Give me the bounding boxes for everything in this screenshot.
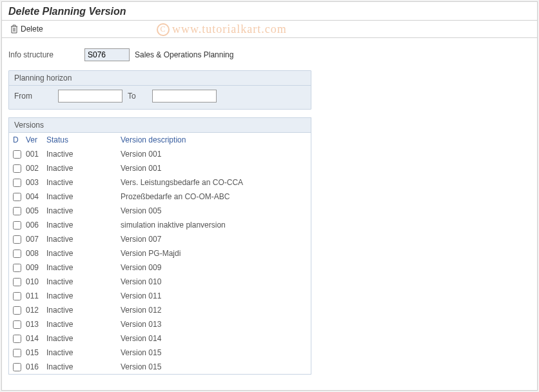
row-checkbox[interactable] [13, 306, 21, 315]
row-desc: Version 001 [121, 164, 307, 173]
table-row: 003InactiveVers. Leistungsbedarfe an CO-… [9, 175, 311, 190]
info-structure-desc: Sales & Operations Planning [135, 50, 233, 59]
table-row: 012InactiveVersion 012 [9, 303, 311, 317]
row-status: Inactive [46, 235, 121, 244]
row-status: Inactive [46, 263, 121, 272]
row-ver: 010 [26, 277, 46, 286]
row-status: Inactive [46, 192, 121, 201]
row-desc: Vers. Leistungsbedarfe an CO-CCA [121, 178, 307, 187]
versions-table: D Ver Status Version description 001Inac… [9, 133, 311, 374]
row-status: Inactive [46, 178, 121, 187]
row-ver: 007 [26, 235, 46, 244]
row-ver: 011 [26, 291, 46, 300]
row-desc: Version 001 [121, 150, 307, 159]
row-checkbox[interactable] [13, 193, 21, 201]
row-checkbox[interactable] [13, 363, 21, 371]
row-ver: 003 [26, 178, 46, 187]
versions-group: Versions D Ver Status Version descriptio… [8, 117, 311, 375]
row-status: Inactive [46, 362, 121, 371]
table-row: 010InactiveVersion 010 [9, 275, 311, 289]
row-status: Inactive [46, 150, 121, 159]
delete-button[interactable]: Delete [7, 23, 49, 35]
table-row: 002InactiveVersion 001 [9, 161, 311, 175]
table-row: 006Inactivesimulation inaktive planversi… [9, 218, 311, 232]
table-row: 008InactiveVersion PG-Majdi [9, 246, 311, 260]
to-input[interactable] [152, 90, 217, 103]
row-checkbox[interactable] [13, 292, 21, 300]
row-desc: Version PG-Majdi [121, 249, 307, 258]
row-ver: 001 [26, 150, 46, 159]
row-status: Inactive [46, 164, 121, 173]
row-ver: 002 [26, 164, 46, 173]
row-desc: Version 010 [121, 277, 307, 286]
delete-label: Delete [21, 24, 43, 34]
table-row: 013InactiveVersion 013 [9, 317, 311, 331]
versions-header: D Ver Status Version description [9, 133, 311, 147]
versions-title: Versions [9, 118, 311, 133]
row-checkbox[interactable] [13, 335, 21, 343]
row-desc: Version 005 [121, 206, 307, 215]
row-checkbox[interactable] [13, 164, 21, 173]
row-desc: Version 015 [121, 348, 307, 357]
from-input[interactable] [58, 90, 122, 103]
info-structure-input[interactable] [84, 48, 130, 61]
table-row: 005InactiveVersion 005 [9, 204, 311, 218]
row-desc: Version 015 [121, 362, 307, 371]
page-title: Delete Planning Version [8, 6, 531, 17]
row-checkbox[interactable] [13, 349, 21, 357]
title-bar: Delete Planning Version [2, 2, 537, 20]
row-desc: Version 014 [121, 334, 307, 343]
row-checkbox[interactable] [13, 278, 21, 286]
row-ver: 015 [26, 348, 46, 357]
col-header-status: Status [46, 135, 121, 144]
row-status: Inactive [46, 348, 121, 357]
row-ver: 008 [26, 249, 46, 258]
content-area: Delete Planning Version Delete Info stru… [1, 1, 538, 391]
table-row: 014InactiveVersion 014 [9, 331, 311, 346]
row-status: Inactive [46, 206, 121, 215]
col-header-ver: Ver [26, 135, 46, 144]
row-checkbox[interactable] [13, 264, 21, 272]
info-structure-row: Info structure Sales & Operations Planni… [8, 48, 531, 61]
row-ver: 014 [26, 334, 46, 343]
table-row: 001InactiveVersion 001 [9, 147, 311, 161]
col-header-desc: Version description [121, 135, 307, 144]
row-checkbox[interactable] [13, 235, 21, 244]
row-checkbox[interactable] [13, 320, 21, 329]
row-desc: simulation inaktive planversion [121, 220, 307, 230]
row-checkbox[interactable] [13, 250, 21, 258]
to-label: To [128, 92, 147, 101]
row-ver: 013 [26, 320, 46, 329]
row-checkbox[interactable] [13, 221, 21, 230]
table-row: 015InactiveVersion 015 [9, 346, 311, 360]
row-status: Inactive [46, 220, 121, 230]
row-checkbox[interactable] [13, 207, 21, 215]
col-header-d: D [13, 135, 26, 144]
row-desc: Version 007 [121, 235, 307, 244]
table-row: 007InactiveVersion 007 [9, 232, 311, 246]
row-status: Inactive [46, 334, 121, 343]
row-desc: Prozeßbedarfe an CO-OM-ABC [121, 192, 307, 201]
row-ver: 012 [26, 306, 46, 315]
planning-horizon-group: Planning horizon From To [8, 70, 311, 110]
row-desc: Version 009 [121, 263, 307, 272]
main-body: Info structure Sales & Operations Planni… [2, 38, 537, 380]
row-checkbox[interactable] [13, 179, 21, 187]
row-status: Inactive [46, 320, 121, 329]
from-label: From [14, 92, 53, 101]
table-row: 009InactiveVersion 009 [9, 260, 311, 275]
row-status: Inactive [46, 249, 121, 258]
table-row: 016InactiveVersion 015 [9, 360, 311, 374]
trash-icon [10, 24, 18, 34]
planning-horizon-body: From To [9, 86, 311, 109]
row-status: Inactive [46, 277, 121, 286]
row-ver: 004 [26, 192, 46, 201]
row-status: Inactive [46, 306, 121, 315]
planning-horizon-title: Planning horizon [9, 71, 311, 86]
table-row: 011InactiveVersion 011 [9, 289, 311, 303]
row-desc: Version 011 [121, 291, 307, 300]
row-checkbox[interactable] [13, 150, 21, 159]
row-ver: 016 [26, 362, 46, 371]
row-ver: 005 [26, 206, 46, 215]
row-ver: 006 [26, 220, 46, 230]
